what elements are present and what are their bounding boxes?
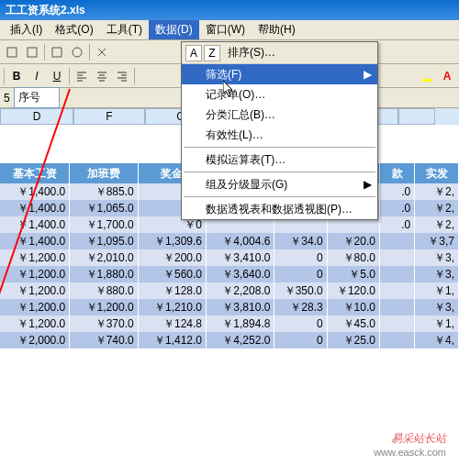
align-right-button[interactable] (113, 67, 131, 85)
menu-validation[interactable]: 有效性(L)… (182, 125, 377, 145)
cell[interactable]: .0 (380, 216, 415, 233)
cell[interactable]: ￥4, (415, 332, 459, 349)
cell[interactable]: ￥1,200.0 (70, 299, 138, 315)
cell[interactable]: ￥34.0 (274, 233, 327, 249)
cell[interactable]: ￥1, (415, 282, 459, 299)
cell[interactable]: ￥2, (415, 183, 459, 200)
cell[interactable]: ￥560.0 (139, 266, 207, 282)
cell[interactable]: ￥3,7 (415, 233, 459, 249)
menu-form[interactable]: 记录单(O)… (182, 84, 377, 105)
cell[interactable] (380, 233, 415, 249)
cell[interactable]: ￥1,210.0 (139, 299, 207, 315)
cell[interactable]: ￥3, (415, 249, 459, 266)
table-row[interactable]: ￥1,200.0￥880.0￥128.0￥2,208.0￥350.0￥120.0… (0, 282, 459, 299)
menu-insert[interactable]: 插入(I) (4, 20, 49, 39)
cell[interactable] (380, 249, 415, 266)
bold-button[interactable]: B (7, 67, 26, 85)
sort-desc-icon[interactable]: Z (204, 45, 220, 61)
cell[interactable]: ￥1,400.0 (0, 216, 70, 233)
cell[interactable]: ￥1,065.0 (70, 200, 138, 216)
cell[interactable] (380, 282, 415, 299)
align-left-button[interactable] (73, 67, 91, 85)
cell[interactable]: ￥1,309.6 (139, 233, 207, 249)
italic-button[interactable]: I (28, 67, 46, 85)
cell[interactable]: ￥5.0 (328, 266, 380, 282)
cell[interactable]: .0 (380, 183, 415, 200)
menu-tools[interactable]: 工具(T) (100, 20, 149, 39)
cell[interactable]: ￥2, (415, 216, 459, 233)
cell[interactable]: ￥2,208.0 (207, 282, 274, 299)
toolbar-btn[interactable] (3, 43, 21, 61)
cell[interactable]: ￥370.0 (70, 315, 138, 332)
cell[interactable]: ￥20.0 (328, 233, 380, 249)
cell[interactable]: 0 (274, 332, 327, 349)
fill-color-button[interactable] (418, 67, 436, 85)
cell[interactable]: 0 (274, 266, 327, 282)
cell[interactable]: ￥3, (415, 266, 459, 282)
menu-table[interactable]: 模拟运算表(T)… (182, 149, 377, 170)
table-row[interactable]: ￥1,400.0￥1,095.0￥1,309.6￥4,004.6￥34.0￥20… (0, 233, 459, 249)
cell[interactable]: ￥2,010.0 (70, 249, 138, 266)
underline-button[interactable]: U (48, 67, 66, 85)
cell[interactable]: ￥1,200.0 (0, 266, 70, 282)
col-header[interactable] (398, 108, 435, 125)
cell[interactable]: ￥350.0 (274, 282, 327, 299)
cell[interactable]: ￥1,200.0 (0, 299, 70, 315)
cell[interactable]: ￥124.8 (139, 315, 207, 332)
cell[interactable]: ￥1,200.0 (0, 315, 70, 332)
cell[interactable]: ￥200.0 (139, 249, 207, 266)
cell[interactable]: ￥3,640.0 (207, 266, 274, 282)
cell[interactable] (380, 299, 415, 315)
menu-sort[interactable]: 排序(S)… (228, 45, 275, 61)
table-row[interactable]: ￥1,200.0￥1,880.0￥560.0￥3,640.00￥5.0￥3, (0, 266, 459, 282)
cell[interactable]: ￥1,412.0 (139, 332, 207, 349)
table-row[interactable]: ￥1,200.0￥1,200.0￥1,210.0￥3,810.0￥28.3￥10… (0, 299, 459, 315)
menu-data[interactable]: 数据(D) (149, 20, 199, 39)
cell[interactable] (380, 332, 415, 349)
cell[interactable]: ￥128.0 (139, 282, 207, 299)
toolbar-btn[interactable] (93, 43, 111, 61)
cell[interactable]: ￥25.0 (328, 332, 380, 349)
cell[interactable]: ￥1,200.0 (0, 249, 70, 266)
table-row[interactable]: ￥1,200.0￥370.0￥124.8￥1,894.80￥45.0￥1, (0, 315, 459, 332)
cell[interactable]: ￥1,400.0 (0, 233, 70, 249)
cell[interactable]: ￥1,700.0 (70, 216, 138, 233)
cell[interactable]: ￥1,880.0 (70, 266, 138, 282)
menu-format[interactable]: 格式(O) (49, 20, 99, 39)
cell[interactable]: ￥885.0 (70, 183, 138, 200)
menu-window[interactable]: 窗口(W) (199, 20, 252, 39)
cell[interactable]: ￥4,004.6 (207, 233, 274, 249)
sort-asc-icon[interactable]: A (185, 45, 202, 61)
cell[interactable]: ￥1,095.0 (70, 233, 138, 249)
table-row[interactable]: ￥1,200.0￥2,010.0￥200.0￥3,410.00￥80.0￥3, (0, 249, 459, 266)
cell[interactable]: ￥120.0 (328, 282, 380, 299)
cell[interactable]: ￥1,400.0 (0, 183, 70, 200)
cell[interactable]: .0 (380, 200, 415, 216)
cell[interactable]: ￥28.3 (274, 299, 327, 315)
cell[interactable]: ￥1, (415, 315, 459, 332)
menu-filter[interactable]: 筛选(F)▶ (182, 64, 377, 84)
cell[interactable]: ￥3,810.0 (207, 299, 274, 315)
table-row[interactable]: ￥2,000.0￥740.0￥1,412.0￥4,252.00￥25.0￥4, (0, 332, 459, 349)
cell[interactable]: 0 (274, 315, 327, 332)
cell[interactable]: ￥45.0 (328, 315, 380, 332)
font-color-button[interactable]: A (438, 67, 456, 85)
cell[interactable]: ￥3, (415, 299, 459, 315)
cell[interactable]: ￥1,894.8 (207, 315, 274, 332)
align-center-button[interactable] (93, 67, 111, 85)
col-header[interactable]: F (73, 108, 145, 125)
cell[interactable]: ￥2, (415, 200, 459, 216)
cell[interactable] (380, 266, 415, 282)
name-box[interactable]: 序号 (14, 87, 60, 108)
menu-subtotal[interactable]: 分类汇总(B)… (182, 105, 377, 125)
cell[interactable]: ￥4,252.0 (207, 332, 274, 349)
cell[interactable]: ￥10.0 (328, 299, 380, 315)
toolbar-btn[interactable] (48, 43, 66, 61)
col-header[interactable]: D (0, 108, 73, 125)
cell[interactable] (380, 315, 415, 332)
cell[interactable]: 0 (274, 249, 327, 266)
menu-pivot[interactable]: 数据透视表和数据透视图(P)… (182, 199, 377, 219)
cell[interactable]: ￥3,410.0 (207, 249, 274, 266)
cell[interactable]: ￥740.0 (70, 332, 138, 349)
cell[interactable]: ￥1,400.0 (0, 200, 70, 216)
